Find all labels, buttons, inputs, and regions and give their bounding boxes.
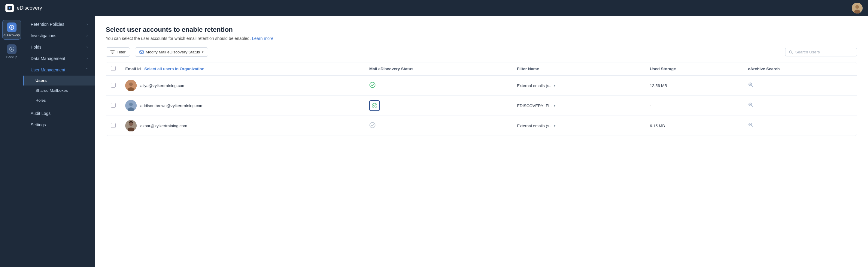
table-row: akbar@zylkertraining.com E — [106, 116, 857, 136]
filter-chevron-icon[interactable]: ▾ — [554, 104, 556, 108]
search-input[interactable] — [795, 50, 853, 54]
chevron-right-icon: › — [87, 34, 88, 38]
sidebar-subitem-users[interactable]: Users — [24, 76, 95, 86]
storage-column-header: Used Storage — [645, 62, 743, 76]
svg-point-3 — [856, 5, 859, 9]
archive-search-icon[interactable] — [748, 84, 754, 89]
icon-rail: eDiscovery Backup — [0, 16, 24, 267]
main-content: Select user accounts to enable retention… — [95, 16, 868, 267]
email-text: addison.brown@zylkertraining.com — [140, 103, 203, 108]
filter-name-cell: External emails (s... ▾ — [517, 84, 640, 88]
table-row: aliya@zylkertraining.com E — [106, 76, 857, 96]
svg-point-18 — [129, 103, 133, 106]
page-subtitle: You can select the user accounts for whi… — [106, 36, 857, 41]
status-column-header: Mail eDiscovery Status — [364, 62, 512, 76]
nav-sidebar: Retention Policies › Investigations › Ho… — [24, 16, 95, 267]
svg-point-20 — [372, 103, 377, 108]
filter-name-cell: External emails (s... ▾ — [517, 124, 640, 128]
avatar — [125, 100, 137, 111]
email-text: akbar@zylkertraining.com — [140, 124, 187, 128]
storage-value: 6.15 MB — [650, 124, 665, 128]
icon-rail-label-backup: Backup — [6, 55, 18, 59]
svg-line-16 — [751, 86, 753, 87]
filter-icon — [110, 50, 115, 54]
svg-line-22 — [751, 106, 753, 107]
avatar — [125, 80, 137, 91]
status-active-boxed-icon — [369, 100, 380, 111]
icon-rail-item-backup[interactable]: Backup — [2, 42, 21, 61]
email-column-header: Email Id Select all users in Organizatio… — [120, 62, 364, 76]
chevron-right-icon: › — [87, 22, 88, 26]
select-all-org-link[interactable]: Select all users in Organization — [145, 67, 205, 71]
icon-rail-item-ediscovery[interactable]: eDiscovery — [2, 20, 21, 40]
select-all-checkbox[interactable] — [111, 66, 116, 71]
svg-line-10 — [792, 53, 793, 54]
svg-point-7 — [11, 48, 12, 50]
page-title: Select user accounts to enable retention — [106, 26, 857, 34]
svg-point-12 — [129, 82, 133, 86]
users-table: Email Id Select all users in Organizatio… — [106, 62, 857, 136]
app-logo — [5, 4, 14, 12]
storage-value: - — [650, 103, 651, 108]
search-icon — [789, 50, 793, 54]
top-bar-left: eDiscovery — [5, 4, 42, 12]
sidebar-item-user-management[interactable]: User Management ˅ — [24, 64, 95, 76]
row-checkbox[interactable] — [111, 103, 116, 108]
row-checkbox[interactable] — [111, 123, 116, 128]
table-row: addison.brown@zylkertraining.com — [106, 96, 857, 116]
svg-line-28 — [751, 126, 753, 127]
sidebar-item-investigations[interactable]: Investigations › — [24, 30, 95, 41]
backup-icon — [7, 44, 17, 54]
filter-chevron-icon[interactable]: ▾ — [554, 124, 556, 128]
filter-name-cell: EDISCOVERY_FI... ▾ — [517, 103, 640, 108]
filter-column-header: Filter Name — [512, 62, 645, 76]
sidebar-item-settings[interactable]: Settings — [24, 119, 95, 131]
user-avatar[interactable] — [852, 3, 863, 13]
avatar — [125, 120, 137, 131]
svg-point-26 — [370, 123, 375, 128]
svg-point-14 — [370, 82, 375, 88]
sidebar-subitem-shared-mailboxes[interactable]: Shared Mailboxes — [24, 86, 95, 95]
archive-column-header: eArchive Search — [743, 62, 857, 76]
storage-value: 12.56 MB — [650, 84, 668, 88]
email-cell: addison.brown@zylkertraining.com — [125, 100, 360, 111]
sidebar-subitem-roles[interactable]: Roles — [24, 95, 95, 105]
toolbar: Filter Modify Mail eDiscovery Status ▾ — [106, 47, 857, 57]
svg-point-1 — [9, 8, 10, 10]
sidebar-item-retention-policies[interactable]: Retention Policies › — [24, 19, 95, 30]
archive-search-icon[interactable] — [748, 104, 754, 109]
app-title: eDiscovery — [17, 5, 42, 11]
top-bar: eDiscovery — [0, 0, 868, 16]
sidebar-item-holds[interactable]: Holds › — [24, 41, 95, 53]
email-text: aliya@zylkertraining.com — [140, 84, 185, 88]
mail-icon — [140, 50, 144, 54]
svg-point-6 — [11, 27, 12, 29]
sidebar-item-audit-logs[interactable]: Audit Logs — [24, 108, 95, 119]
chevron-down-icon: ▾ — [202, 50, 204, 54]
filter-chevron-icon[interactable]: ▾ — [554, 84, 556, 88]
learn-more-link[interactable]: Learn more — [252, 36, 274, 41]
row-checkbox[interactable] — [111, 83, 116, 88]
archive-search-icon[interactable] — [748, 124, 754, 129]
filter-button[interactable]: Filter — [106, 47, 130, 57]
search-box — [785, 48, 857, 57]
ediscovery-icon — [7, 23, 17, 32]
sidebar-item-data-management[interactable]: Data Management › — [24, 53, 95, 64]
email-cell: akbar@zylkertraining.com — [125, 120, 360, 131]
chevron-right-icon: › — [87, 45, 88, 49]
modify-mail-button[interactable]: Modify Mail eDiscovery Status ▾ — [135, 47, 208, 57]
icon-rail-label-ediscovery: eDiscovery — [4, 33, 20, 37]
status-active-icon — [369, 84, 376, 90]
chevron-down-icon: ˅ — [86, 68, 88, 72]
chevron-right-icon: › — [87, 57, 88, 61]
email-cell: aliya@zylkertraining.com — [125, 80, 360, 91]
status-dim-icon — [369, 124, 376, 130]
svg-rect-8 — [140, 51, 144, 54]
